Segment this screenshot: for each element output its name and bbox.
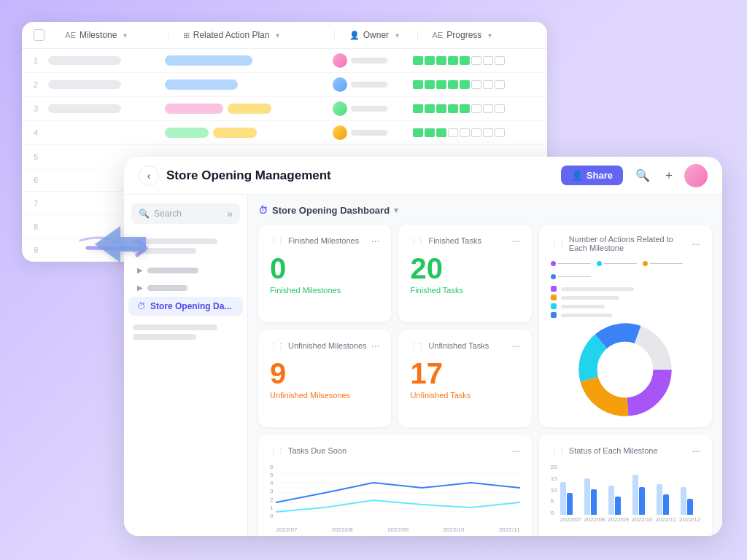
milestone-icon: AE: [65, 31, 76, 39]
card-title: ⋮⋮ Finished Tasks: [410, 236, 481, 245]
card-body: 🔍 Search » ▶ ▶: [124, 195, 722, 536]
bar-group: [681, 487, 700, 515]
grid-icon: ⋮⋮: [410, 342, 425, 350]
donut-chart: [551, 322, 700, 417]
sidebar-expand-item-2[interactable]: ▶: [128, 279, 243, 296]
dashboard-title-btn[interactable]: ⏱ Store Opening Dashboard ▾: [258, 205, 398, 216]
finished-tasks-label: Finished Tasks: [410, 286, 519, 295]
dashboard-title-text: Store Opening Dashboard: [272, 205, 390, 216]
card-header: ⋮⋮ Finished Milestones ···: [270, 235, 379, 246]
unfinished-milestones-title: Unfinished Milestones: [288, 341, 367, 350]
sidebar-item-store-opening-dashboard[interactable]: ⏱ Store Opening Da...: [128, 297, 243, 316]
card-header: ⋮⋮ Finished Tasks ···: [410, 235, 519, 246]
sort-icon: ⊞: [183, 31, 190, 40]
finished-tasks-card: ⋮⋮ Finished Tasks ··· 20 Finished Tasks: [398, 225, 531, 322]
line-chart-title: Tasks Due Soon: [288, 446, 347, 455]
collapse-icon[interactable]: »: [227, 208, 233, 219]
share-button[interactable]: 👤 Share: [561, 166, 623, 185]
y-label: 20: [551, 464, 557, 470]
finished-milestones-value: 0: [270, 254, 379, 283]
more-options-icon[interactable]: ···: [692, 445, 700, 456]
legend-label: —————: [650, 260, 683, 267]
y-label: 0: [551, 510, 557, 516]
select-all-checkbox[interactable]: [34, 29, 44, 41]
topbar: ‹ Store Opening Management 👤 Share 🔍 ＋: [124, 157, 722, 195]
line-chart-svg: [276, 464, 519, 522]
content-area: ⏱ Store Opening Dashboard ▾ ⋮⋮ Finished …: [248, 195, 722, 536]
bar-group: [584, 478, 604, 515]
grid-icon: ⋮⋮: [270, 447, 285, 455]
dropdown-icon: ▾: [394, 206, 398, 215]
grid-icon: ⋮⋮: [551, 240, 565, 248]
progress-icon: AE: [433, 31, 444, 39]
more-options-icon[interactable]: ···: [511, 235, 520, 246]
legend-label: —————: [558, 260, 591, 267]
user-avatar[interactable]: [684, 164, 708, 187]
donut-chart-title: Number of Actions Related to Each Milest…: [569, 235, 692, 252]
y-label: 5: [270, 472, 273, 478]
search-button[interactable]: 🔍: [632, 165, 654, 187]
card-title: ⋮⋮ Finished Milestones: [270, 236, 359, 245]
y-label: 3: [270, 488, 273, 494]
x-label: 2022/09: [387, 526, 409, 533]
finished-milestones-title: Finished Milestones: [288, 236, 359, 245]
unfinished-milestones-label: Unfinished Milsesones: [270, 391, 379, 400]
bar-group: [560, 482, 580, 515]
col-milestone[interactable]: AE Milestone ▾: [56, 30, 168, 40]
x-label: 2022/07: [276, 526, 297, 533]
x-label: 2022/11: [499, 526, 520, 533]
arrow-decoration: [73, 219, 160, 280]
y-label: 2: [270, 497, 273, 503]
legend-item: —————: [551, 260, 591, 267]
legend-label: —————: [604, 260, 637, 267]
table-row: 1: [22, 49, 547, 73]
col-action-label: Related Action Plan: [193, 30, 270, 40]
col-owner[interactable]: 👤 Owner ▾: [341, 30, 418, 40]
sidebar-item-label: Store Opening Da...: [150, 301, 231, 311]
main-dashboard-card: ‹ Store Opening Management 👤 Share 🔍 ＋ 🔍…: [124, 157, 722, 536]
y-label: 10: [551, 487, 557, 494]
clock-icon: ⏱: [137, 301, 146, 311]
table-row: 2: [22, 73, 547, 97]
more-options-icon[interactable]: ···: [692, 238, 700, 249]
x-label: 2022/07: [560, 516, 581, 523]
card-title: ⋮⋮ Unfinished Milestones: [270, 341, 367, 350]
col-owner-label: Owner: [363, 30, 389, 40]
col-progress-label: Progress: [446, 30, 481, 40]
x-label: 2022/12: [679, 516, 700, 523]
page-title: Store Opening Management: [166, 168, 561, 183]
col-milestone-label: Milestone: [80, 30, 117, 40]
back-button[interactable]: ‹: [139, 166, 159, 186]
card-header: ⋮⋮ Tasks Due Soon ···: [270, 445, 520, 456]
more-options-icon[interactable]: ···: [371, 340, 380, 351]
legend-item: —————: [597, 260, 637, 267]
table-header: AE Milestone ▾ ⊞ Related Action Plan ▾ 👤…: [22, 22, 547, 49]
col-progress[interactable]: AE Progress ▾: [424, 30, 535, 40]
finished-milestones-label: Finished Milestones: [270, 286, 379, 295]
svg-marker-0: [95, 226, 146, 262]
x-label: 2022/11: [655, 516, 676, 523]
search-icon: 🔍: [139, 209, 150, 219]
card-title: ⋮⋮ Tasks Due Soon: [270, 446, 347, 455]
col-action-plan[interactable]: ⊞ Related Action Plan ▾: [174, 30, 335, 40]
table-row: 3: [22, 97, 547, 121]
y-label: 15: [551, 475, 557, 482]
card-header: ⋮⋮ Status of Each Milestone ···: [551, 445, 700, 456]
unfinished-tasks-title: Unfinished Tasks: [428, 341, 489, 350]
line-chart-card: ⋮⋮ Tasks Due Soon ··· 6 5 4 3 2 1: [258, 435, 532, 536]
chevron-down-icon: ▾: [395, 31, 399, 39]
more-options-icon[interactable]: ···: [511, 445, 520, 456]
more-options-icon[interactable]: ···: [371, 235, 380, 246]
clock-icon: ⏱: [258, 205, 268, 216]
legend-label: —————: [558, 273, 591, 280]
unfinished-tasks-label: Unfinished Tasks: [410, 391, 519, 400]
unfinished-tasks-card: ⋮⋮ Unfinished Tasks ··· 17 Unfinished Ta…: [398, 330, 531, 427]
add-button[interactable]: ＋: [658, 165, 680, 187]
card-header: ⋮⋮ Unfinished Milestones ···: [270, 340, 379, 351]
bar-group: [657, 484, 676, 515]
y-label: 5: [551, 498, 557, 505]
grid-icon: ⋮⋮: [551, 447, 565, 455]
content-header: ⏱ Store Opening Dashboard ▾: [258, 205, 712, 216]
more-options-icon[interactable]: ···: [511, 340, 520, 351]
chevron-down-icon: ▾: [488, 31, 492, 39]
